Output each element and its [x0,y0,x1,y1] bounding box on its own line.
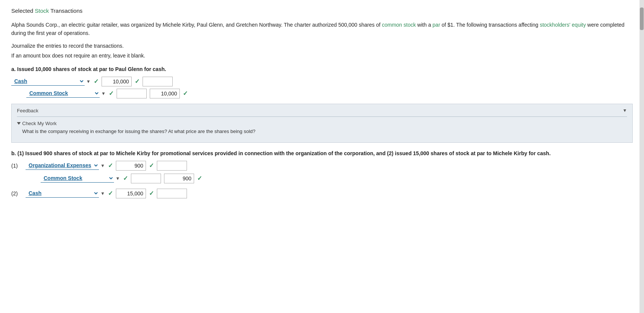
account-select-b1-1[interactable]: Organizational Expenses Cash Common Stoc… [26,161,99,170]
credit-input-b1-2[interactable] [164,174,194,183]
section-a-label: a. Issued 10,000 shares of stock at par … [11,66,633,72]
intro-paragraph: Alpha Sounds Corp., an electric guitar r… [11,21,633,38]
section-b1-row2: Cash Common Stock Organizational Expense… [41,174,633,183]
debit-input-b1-1[interactable] [116,161,146,171]
credit-input-b2-1[interactable] [157,189,187,198]
intro-text-mid: with a [416,22,432,28]
check-icon-b1-1-debit: ✓ [149,162,154,169]
check-icon-b1-2-credit: ✓ [197,175,202,182]
credit-input-b1-1[interactable] [157,161,187,171]
section-a: a. Issued 10,000 shares of stock at par … [11,66,633,98]
intro-text-1: Alpha Sounds Corp., an electric guitar r… [11,22,382,28]
dropdown-arrow-a1[interactable]: ▼ [86,79,91,84]
scrollbar-thumb[interactable] [640,8,644,30]
section-b1: (1) Organizational Expenses Cash Common … [11,161,633,183]
section-b1-label: (1) [11,163,23,169]
dropdown-arrow-a2[interactable]: ▼ [101,91,106,96]
account-select-wrapper-b2-1: Cash Common Stock Organizational Expense… [26,189,105,198]
debit-input-a2[interactable] [117,89,147,98]
credit-input-a1[interactable] [143,77,173,86]
account-select-b1-2[interactable]: Cash Common Stock Organizational Expense… [41,174,114,183]
blank-instruction: If an amount box does not require an ent… [11,53,633,59]
journalize-instruction: Journalize the entries to record the tra… [11,43,633,49]
account-select-b2-1[interactable]: Cash Common Stock Organizational Expense… [26,189,99,198]
debit-input-b1-2[interactable] [131,174,161,183]
section-a-row1: Cash Common Stock Organizational Expense… [11,77,633,86]
equity-highlight: stockholders' equity [540,22,586,28]
check-my-work-section: Check My Work What is the company receiv… [17,121,627,134]
check-my-work-text: Check My Work [22,121,57,126]
dropdown-arrow-b2-1[interactable]: ▼ [100,191,105,196]
check-icon-b2-1-debit: ✓ [149,190,154,197]
account-select-a2[interactable]: Cash Common Stock Organizational Expense… [26,89,100,98]
section-b2-container: (2) Cash Common Stock Organizational Exp… [11,189,633,198]
title-suffix: Transactions [49,8,82,14]
account-select-wrapper-b1-1: Organizational Expenses Cash Common Stoc… [26,161,105,170]
feedback-box: Feedback ▼ Check My Work What is the com… [11,104,633,143]
credit-input-a2[interactable] [150,89,180,98]
feedback-header: Feedback ▼ [17,108,627,113]
section-b-label: b. (1) Issued 900 shares of stock at par… [11,150,633,156]
page-title: Selected Stock Transactions [11,8,633,14]
section-a-letter: a. [11,66,16,72]
scrollbar[interactable] [639,0,644,210]
common-stock-highlight: common stock [382,22,416,28]
par-highlight: par [433,22,440,28]
feedback-collapse-icon[interactable]: ▼ [623,108,627,113]
title-highlight: Stock [35,8,49,14]
section-b-text: (1) Issued 900 shares of stock at par to… [16,150,550,156]
account-select-a1[interactable]: Cash Common Stock Organizational Expense… [11,77,85,86]
check-icon-a2-credit: ✓ [183,90,188,97]
check-icon-a1-account: ✓ [94,78,99,85]
section-b-letter: b. [11,150,16,156]
check-icon-b1-2-account: ✓ [123,175,128,182]
section-b: b. (1) Issued 900 shares of stock at par… [11,150,633,198]
section-a-text: Issued 10,000 shares of stock at par to … [16,66,166,72]
feedback-label: Feedback [17,108,38,113]
title-prefix: Selected [11,8,35,14]
check-icon-b1-1-account: ✓ [108,162,113,169]
account-select-wrapper-a1: Cash Common Stock Organizational Expense… [11,77,91,86]
check-my-work-label: Check My Work [17,121,627,126]
check-icon-a1-debit: ✓ [135,78,140,85]
debit-input-a1[interactable] [102,77,132,86]
debit-input-b2-1[interactable] [116,189,146,198]
dropdown-arrow-b1-1[interactable]: ▼ [100,163,105,168]
check-icon-a2-account: ✓ [109,90,114,97]
account-select-wrapper-a2: Cash Common Stock Organizational Expense… [26,89,106,98]
check-icon-b2-1-account: ✓ [108,190,113,197]
dropdown-arrow-b1-2[interactable]: ▼ [115,176,120,181]
section-a-row2: Cash Common Stock Organizational Expense… [26,89,633,98]
account-select-wrapper-b1-2: Cash Common Stock Organizational Expense… [41,174,120,183]
feedback-hint-text: What is the company receiving in exchang… [22,129,627,134]
section-b2-label: (2) [11,191,23,197]
section-b1-container: (1) Organizational Expenses Cash Common … [11,161,633,171]
triangle-down-icon [17,122,21,125]
intro-text-end: of $1. The following transactions affect… [440,22,540,28]
